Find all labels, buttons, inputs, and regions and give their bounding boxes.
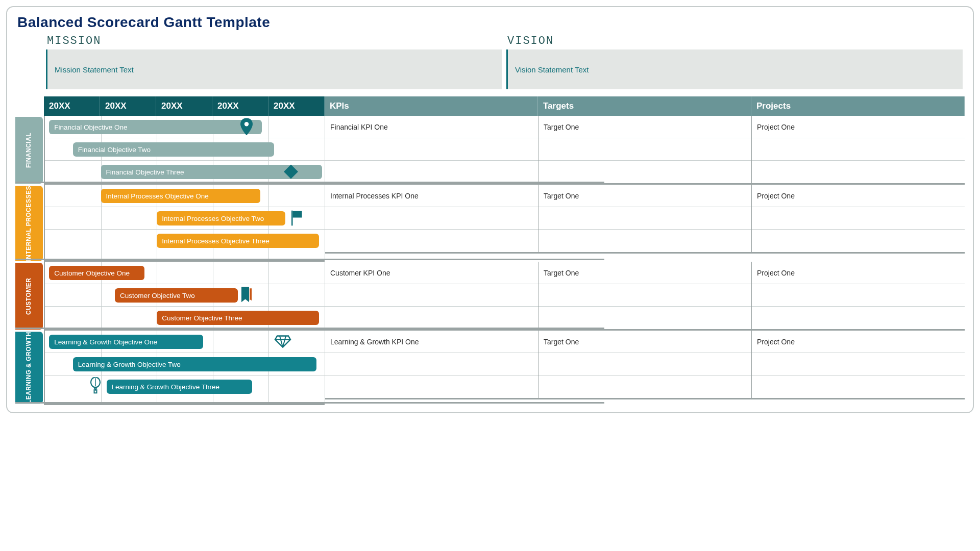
- gantt-bar[interactable]: Learning & Growth Objective One: [49, 335, 203, 349]
- kpi-cell[interactable]: Internal Processes KPI One: [325, 185, 538, 207]
- target-cell[interactable]: [538, 138, 751, 161]
- target-cell[interactable]: Target One: [538, 331, 751, 353]
- page-title: Balanced Scorecard Gantt Template: [17, 14, 965, 31]
- target-cell[interactable]: [538, 230, 751, 252]
- project-cell[interactable]: [752, 284, 965, 307]
- target-cell[interactable]: Target One: [538, 185, 751, 207]
- gantt-bar[interactable]: Financial Objective One: [49, 120, 261, 134]
- category-label-internal: INTERNAL PROCESSES: [15, 186, 43, 261]
- target-cell[interactable]: [538, 353, 751, 375]
- project-cell[interactable]: Project One: [752, 185, 965, 207]
- gantt-bar[interactable]: Financial Objective Three: [101, 165, 322, 179]
- target-column-learning: Target One: [538, 331, 751, 399]
- target-column-financial: Target One: [538, 116, 751, 185]
- project-column-financial: Project One: [751, 116, 965, 185]
- kpi-column-learning: Learning & Growth KPI One: [325, 331, 538, 399]
- project-column-learning: Project One: [751, 331, 965, 399]
- project-cell[interactable]: Project One: [752, 262, 965, 284]
- mission-vision-section: MISSION Mission Statement Text VISION Vi…: [15, 35, 965, 89]
- mission-text[interactable]: Mission Statement Text: [46, 49, 502, 89]
- project-cell[interactable]: [752, 375, 965, 398]
- period-header: 20XX: [268, 96, 325, 116]
- svg-rect-3: [94, 390, 96, 393]
- gantt-bar[interactable]: Learning & Growth Objective Two: [73, 357, 316, 371]
- gantt-bar[interactable]: Internal Processes Objective One: [101, 189, 260, 203]
- kpi-cell[interactable]: Customer KPI One: [325, 262, 538, 284]
- project-cell[interactable]: Project One: [752, 116, 965, 138]
- project-column-internal: Project One: [751, 185, 965, 254]
- scorecard-grid: 20XX 20XX 20XX 20XX 20XX KPIs Targets Pr…: [15, 96, 965, 405]
- gantt-bar[interactable]: Customer Objective Three: [157, 311, 319, 325]
- kpi-column-internal: Internal Processes KPI One: [325, 185, 538, 254]
- gantt-area-customer: Customer Objective OneCustomer Objective…: [44, 262, 325, 331]
- kpi-cell[interactable]: [325, 307, 538, 329]
- gantt-bar[interactable]: Financial Objective Two: [73, 142, 275, 157]
- project-column-customer: Project One: [751, 262, 965, 331]
- period-header: 20XX: [156, 96, 212, 116]
- header-corner: [15, 96, 44, 116]
- gantt-bar[interactable]: Internal Processes Objective Three: [157, 234, 319, 248]
- project-cell[interactable]: Project One: [752, 331, 965, 353]
- targets-header: Targets: [538, 96, 751, 116]
- vision-heading: VISION: [506, 35, 963, 47]
- template-frame: Balanced Scorecard Gantt Template MISSIO…: [6, 6, 974, 413]
- period-header: 20XX: [44, 96, 100, 116]
- gantt-area-financial: Financial Objective OneFinancial Objecti…: [44, 116, 325, 185]
- period-header: 20XX: [100, 96, 156, 116]
- kpi-column-financial: Financial KPI One: [325, 116, 538, 185]
- target-cell[interactable]: [538, 375, 751, 398]
- period-header: 20XX: [212, 96, 268, 116]
- target-cell[interactable]: [538, 284, 751, 307]
- kpi-cell[interactable]: [325, 284, 538, 307]
- target-cell[interactable]: [538, 307, 751, 329]
- kpi-cell[interactable]: [325, 375, 538, 398]
- target-cell[interactable]: Target One: [538, 116, 751, 138]
- project-cell[interactable]: [752, 307, 965, 329]
- category-label-learning: LEARNING & GROWTH: [15, 332, 43, 404]
- kpi-cell[interactable]: [325, 353, 538, 375]
- projects-header: Projects: [751, 96, 965, 116]
- gantt-area-internal: Internal Processes Objective OneInternal…: [44, 185, 325, 262]
- kpi-cell[interactable]: [325, 230, 538, 252]
- bookmark-icon: [241, 286, 252, 304]
- target-cell[interactable]: Target One: [538, 262, 751, 284]
- project-cell[interactable]: [752, 207, 965, 230]
- diamond-outline-icon: [274, 335, 291, 348]
- balloon-icon: [89, 378, 102, 396]
- svg-point-2: [91, 378, 100, 388]
- project-cell[interactable]: [752, 161, 965, 183]
- gantt-bar[interactable]: Customer Objective Two: [115, 288, 238, 303]
- kpi-cell[interactable]: [325, 138, 538, 161]
- target-cell[interactable]: [538, 161, 751, 183]
- kpi-cell[interactable]: [325, 207, 538, 230]
- mission-heading: MISSION: [46, 35, 502, 47]
- category-label-financial: FINANCIAL: [15, 117, 43, 184]
- kpi-cell[interactable]: Financial KPI One: [325, 116, 538, 138]
- project-cell[interactable]: [752, 353, 965, 375]
- target-cell[interactable]: [538, 207, 751, 230]
- kpi-column-customer: Customer KPI One: [325, 262, 538, 331]
- project-cell[interactable]: [752, 230, 965, 252]
- gantt-bar[interactable]: Customer Objective One: [49, 266, 144, 280]
- vision-text[interactable]: Vision Statement Text: [506, 49, 963, 89]
- category-label-customer: CUSTOMER: [15, 263, 43, 330]
- kpis-header: KPIs: [325, 96, 538, 116]
- flag-icon: [290, 210, 303, 226]
- gantt-bar[interactable]: Learning & Growth Objective Three: [107, 380, 252, 394]
- gantt-area-learning: Learning & Growth Objective OneLearning …: [44, 331, 325, 405]
- kpi-cell[interactable]: Learning & Growth KPI One: [325, 331, 538, 353]
- kpi-cell[interactable]: [325, 161, 538, 183]
- project-cell[interactable]: [752, 138, 965, 161]
- target-column-internal: Target One: [538, 185, 751, 254]
- gantt-bar[interactable]: Internal Processes Objective Two: [157, 211, 285, 226]
- target-column-customer: Target One: [538, 262, 751, 331]
- svg-rect-1: [291, 210, 293, 226]
